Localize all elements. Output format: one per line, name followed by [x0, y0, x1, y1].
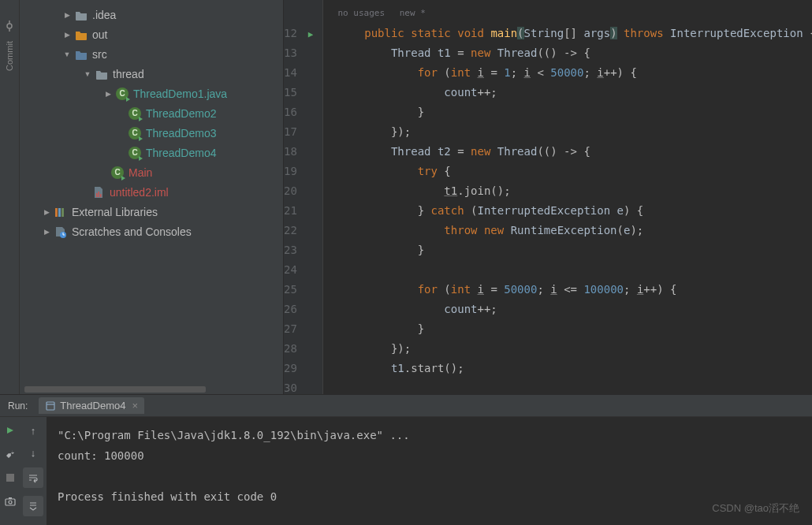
tree-item[interactable]: ThreadDemo4 — [20, 143, 283, 162]
expand-arrow-icon[interactable] — [116, 148, 125, 158]
down-arrow-icon[interactable]: ↓ — [26, 445, 40, 460]
svg-rect-8 — [61, 208, 64, 217]
svg-rect-15 — [9, 497, 12, 499]
tree-item-label: out — [92, 28, 107, 41]
code-editor[interactable]: 12131415161718192021222324252627282930 ▶… — [284, 0, 812, 394]
expand-arrow-icon[interactable] — [99, 168, 108, 177]
console-output[interactable]: "C:\Program Files\Java\jdk1.8.0_192\bin\… — [47, 417, 812, 525]
inlay-hints: no usages new * — [337, 8, 434, 18]
left-tool-strip: Commit — [0, 0, 20, 394]
commit-tool-label[interactable]: Commit — [5, 41, 14, 71]
expand-arrow-icon[interactable]: ▶ — [62, 10, 72, 20]
horizontal-scrollbar[interactable] — [20, 385, 283, 394]
tree-item[interactable]: ▶out — [20, 24, 283, 44]
tree-item-label: ThreadDemo2 — [146, 107, 217, 120]
soft-wrap-icon[interactable] — [23, 467, 43, 488]
code-content[interactable]: public static void main(String[] args) t… — [323, 0, 812, 394]
project-tree[interactable]: ▶.idea▶out▼src▼thread▶ThreadDemo1.javaTh… — [20, 0, 283, 382]
svg-rect-3 — [96, 193, 98, 197]
svg-rect-6 — [55, 208, 58, 217]
expand-arrow-icon[interactable] — [116, 109, 125, 118]
tree-item[interactable]: ▼thread — [20, 64, 283, 84]
run-label: Run: — [8, 400, 28, 411]
expand-arrow-icon[interactable]: ▶ — [42, 207, 51, 217]
svg-rect-7 — [58, 208, 61, 217]
tree-item-label: External Libraries — [72, 206, 158, 218]
expand-arrow-icon[interactable] — [80, 188, 89, 197]
tree-item[interactable]: ▶External Libraries — [20, 202, 283, 222]
tree-item[interactable]: untitled2.iml — [20, 182, 283, 202]
line-number-gutter: 12131415161718192021222324252627282930 — [284, 0, 307, 394]
svg-point-0 — [7, 24, 12, 28]
commit-icon[interactable] — [4, 20, 15, 32]
bookmarks-tool-label[interactable]: kmarks — [0, 493, 2, 520]
tree-item[interactable]: Main — [20, 162, 283, 182]
expand-arrow-icon[interactable] — [116, 128, 125, 138]
run-tool-window: Run: ThreadDemo4 × ↑ ↓ "C:\Program Files… — [0, 394, 812, 525]
tree-item[interactable]: ▶.idea — [20, 5, 283, 24]
expand-arrow-icon[interactable]: ▶ — [42, 227, 51, 236]
run-tab[interactable]: ThreadDemo4 × — [39, 397, 144, 414]
close-icon[interactable]: × — [132, 400, 138, 411]
expand-arrow-icon[interactable]: ▶ — [62, 30, 72, 39]
tree-item[interactable]: ▶ThreadDemo1.java — [20, 84, 283, 103]
up-arrow-icon[interactable]: ↑ — [26, 423, 40, 438]
new-hint: new * — [400, 8, 426, 18]
tree-item[interactable]: ThreadDemo2 — [20, 103, 283, 123]
tree-item[interactable]: ThreadDemo3 — [20, 123, 283, 143]
stop-icon[interactable] — [3, 471, 17, 485]
tree-item-label: Main — [129, 166, 152, 179]
tree-item-label: .idea — [92, 9, 116, 21]
camera-icon[interactable] — [3, 494, 17, 508]
run-toolbar-primary — [0, 417, 20, 525]
watermark: CSDN @tao滔不绝 — [712, 501, 799, 516]
expand-arrow-icon[interactable]: ▶ — [103, 89, 113, 99]
tree-item-label: Scratches and Consoles — [72, 225, 192, 238]
svg-rect-4 — [99, 192, 100, 197]
tree-item-label: untitled2.iml — [110, 186, 169, 199]
tree-item-label: src — [92, 48, 107, 61]
project-tree-panel: ▶.idea▶out▼src▼thread▶ThreadDemo1.javaTh… — [20, 0, 284, 394]
rerun-icon[interactable] — [3, 423, 17, 438]
usages-hint: no usages — [337, 8, 385, 18]
run-toolbar-secondary: ↑ ↓ — [20, 417, 47, 525]
tree-item-label: ThreadDemo3 — [146, 127, 217, 140]
expand-arrow-icon[interactable]: ▼ — [62, 50, 72, 59]
scroll-to-end-icon[interactable] — [23, 496, 43, 516]
run-config-icon — [45, 400, 56, 411]
tree-item-label: thread — [113, 68, 144, 80]
svg-rect-10 — [47, 402, 54, 410]
fold-gutter[interactable] — [313, 0, 323, 394]
tree-item[interactable]: ▼src — [20, 44, 283, 64]
expand-arrow-icon[interactable]: ▼ — [83, 69, 92, 79]
tree-item[interactable]: ▶Scratches and Consoles — [20, 222, 283, 241]
wrench-icon[interactable] — [3, 447, 17, 461]
svg-rect-13 — [6, 499, 15, 505]
run-gutter[interactable]: ▶ — [307, 0, 314, 394]
run-tab-label: ThreadDemo4 — [60, 400, 125, 411]
svg-rect-5 — [100, 194, 102, 197]
svg-point-14 — [9, 501, 12, 504]
tree-item-label: ThreadDemo1.java — [133, 88, 227, 100]
svg-rect-12 — [6, 474, 14, 482]
run-header: Run: ThreadDemo4 × — [0, 395, 812, 417]
tree-item-label: ThreadDemo4 — [146, 147, 217, 159]
